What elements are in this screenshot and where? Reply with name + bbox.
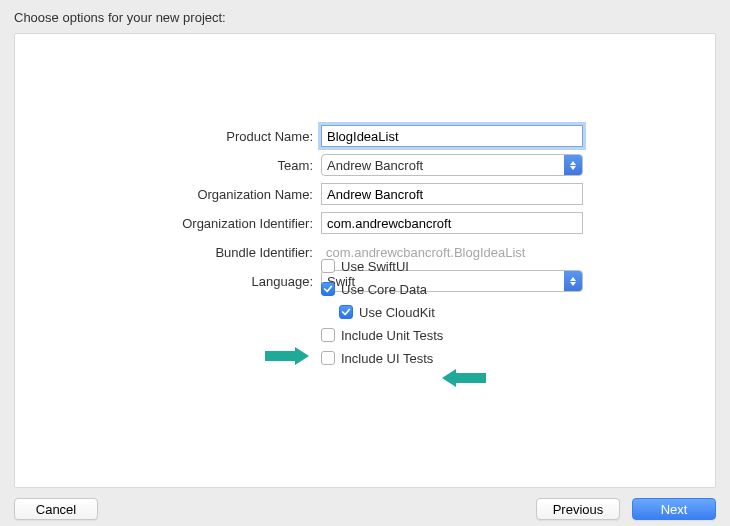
- team-label: Team:: [15, 158, 313, 173]
- team-select[interactable]: Andrew Bancroft: [321, 154, 583, 176]
- org-name-label: Organization Name:: [15, 187, 313, 202]
- use-cloudkit-checkbox[interactable]: Use CloudKit: [339, 302, 583, 322]
- updown-icon: [564, 155, 582, 175]
- product-name-input[interactable]: [321, 125, 583, 147]
- cancel-button[interactable]: Cancel: [14, 498, 98, 520]
- checkbox-checked-icon: [339, 305, 353, 319]
- footer: Cancel Previous Next: [14, 488, 716, 520]
- team-select-value: Andrew Bancroft: [327, 158, 423, 173]
- page-title: Choose options for your new project:: [14, 10, 716, 25]
- next-button[interactable]: Next: [632, 498, 716, 520]
- language-label: Language:: [15, 274, 313, 289]
- checkbox-icon: [321, 259, 335, 273]
- use-swiftui-checkbox[interactable]: Use SwiftUI: [321, 256, 583, 276]
- org-name-input[interactable]: [321, 183, 583, 205]
- include-unit-tests-label: Include Unit Tests: [341, 328, 443, 343]
- use-coredata-label: Use Core Data: [341, 282, 427, 297]
- use-coredata-checkbox[interactable]: Use Core Data: [321, 279, 583, 299]
- annotation-arrow-icon: [442, 369, 486, 387]
- bundle-id-label: Bundle Identifier:: [15, 245, 313, 260]
- include-ui-tests-label: Include UI Tests: [341, 351, 433, 366]
- org-id-label: Organization Identifier:: [15, 216, 313, 231]
- product-name-label: Product Name:: [15, 129, 313, 144]
- checkbox-icon: [321, 351, 335, 365]
- checkbox-group: Use SwiftUI Use Core Data Use CloudKit: [321, 252, 583, 368]
- use-cloudkit-label: Use CloudKit: [359, 305, 435, 320]
- use-swiftui-label: Use SwiftUI: [341, 259, 409, 274]
- options-panel: Product Name: Team: Andrew Bancroft Orga…: [14, 33, 716, 488]
- form: Product Name: Team: Andrew Bancroft Orga…: [15, 124, 715, 322]
- previous-button[interactable]: Previous: [536, 498, 620, 520]
- include-ui-tests-checkbox[interactable]: Include UI Tests: [321, 348, 583, 368]
- annotation-arrow-icon: [265, 347, 309, 365]
- org-id-input[interactable]: [321, 212, 583, 234]
- include-unit-tests-checkbox[interactable]: Include Unit Tests: [321, 325, 583, 345]
- checkbox-checked-icon: [321, 282, 335, 296]
- checkbox-icon: [321, 328, 335, 342]
